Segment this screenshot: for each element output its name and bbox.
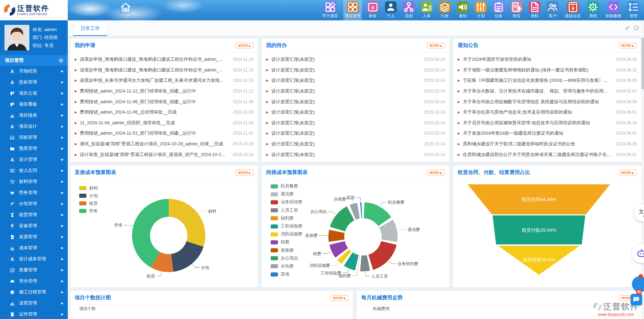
- sidebar-menu-item[interactable]: 证件管理: [0, 309, 68, 319]
- legend-item[interactable]: 通讯费: [271, 190, 302, 198]
- list-item[interactable]: 设计进度汇报(未提交) 2025.02.14: [266, 65, 445, 76]
- app-logo[interactable]: 泛普软件 FANPU SOFTWARE: [0, 0, 68, 20]
- legend-item[interactable]: 税费: [271, 238, 302, 246]
- list-item[interactable]: 进度款申报_长春市伊通河水力发电厂改建工程_长春市伊通河水力发电... 2024…: [75, 75, 253, 86]
- sidebar-menu-item[interactable]: 设计管理: [0, 154, 68, 165]
- gear-icon[interactable]: [58, 58, 64, 63]
- list-item[interactable]: 关于领取一级注册建造师增项贴的通知 (须持一建证书前来领取) 2024.06.1…: [458, 65, 637, 76]
- list-item[interactable]: 设计进度汇报(未提交) 2025.02.14: [266, 96, 445, 107]
- list-item[interactable]: 住房和城乡建设部办公厅关于同意吉林省开展二级建造师注册证书电子化试点... 20…: [458, 149, 637, 160]
- list-item[interactable]: 关于举办市政公用设施数字化管理信息 系统建设与应用培训班的通知 2024.06.…: [458, 96, 637, 107]
- nav-item[interactable]: ¥ 财务: [366, 0, 380, 20]
- list-item[interactable]: 设计进度汇报(未提交) 2025.02.14: [266, 86, 445, 97]
- more-button[interactable]: MORE: [427, 170, 445, 175]
- sidebar-menu-item[interactable]: 招标管理: [0, 132, 68, 143]
- nav-item[interactable]: 资料: [528, 0, 542, 20]
- nav-item-portal[interactable]: 门户: [119, 0, 133, 20]
- nav-item[interactable]: 客户: [545, 0, 560, 20]
- screen-icon[interactable]: [634, 25, 639, 31]
- key-icon[interactable]: [625, 25, 630, 31]
- user-avatar[interactable]: [4, 25, 29, 50]
- more-button[interactable]: MORE: [331, 295, 348, 301]
- legend-item[interactable]: 职员餐费: [271, 182, 302, 190]
- nav-item[interactable]: 行政: [438, 0, 452, 20]
- nav-item[interactable]: 管理: [626, 0, 641, 20]
- tab-daily-work[interactable]: 日常工作: [73, 21, 107, 36]
- list-item[interactable]: 设计进度汇报(未提交) 2025.02.14: [266, 128, 445, 139]
- chat-widget[interactable]: [631, 294, 642, 306]
- list-item[interactable]: 关于举办住房与房地产信息化 技术及应用培训班的通知 2024.06.01: [458, 107, 637, 118]
- more-button[interactable]: MORE: [236, 43, 253, 48]
- sidebar-menu-item[interactable]: x² 分包管理: [0, 198, 68, 209]
- legend-item[interactable]: 福利费: [271, 214, 302, 222]
- legend-item[interactable]: 其他: [271, 270, 302, 278]
- more-button[interactable]: MORE: [619, 43, 637, 48]
- nav-item[interactable]: 个人: [384, 0, 398, 20]
- more-button[interactable]: MORE: [619, 170, 637, 175]
- more-button[interactable]: MORE: [236, 170, 253, 175]
- sidebar-menu-item[interactable]: 进度管理: [0, 298, 68, 309]
- legend-item[interactable]: 分包: [79, 192, 98, 200]
- legend-item[interactable]: 业务招待费: [271, 198, 302, 206]
- list-item[interactable]: 进度款申报_珠海鹤港口建设_珠海鹤港口建设工程合作协议书_admin_... 2…: [75, 54, 253, 65]
- sidebar-menu-item[interactable]: 成本管理: [0, 242, 68, 253]
- nav-item[interactable]: 通知: [456, 0, 470, 20]
- nav-item[interactable]: 项目管理: [343, 0, 362, 20]
- list-item[interactable]: 房和城乡建设厅关于取消二级建造师临时执业证书的公告 2023.08.29: [458, 139, 637, 149]
- legend-item[interactable]: 劳务: [79, 207, 98, 215]
- legend-item[interactable]: 租赁: [79, 200, 98, 207]
- list-item[interactable]: 于征集《中国建筑施工行业信息化发展报告 (2024) —BIM应用与发展》材料.…: [458, 75, 637, 86]
- sidebar-menu-item[interactable]: 质量管理: [0, 264, 68, 276]
- sidebar-menu-item[interactable]: 市场经营: [0, 66, 68, 77]
- legend-item[interactable]: 办公用品: [271, 254, 302, 262]
- list-item[interactable]: 设计进度汇报(未提交) 2025.02.14: [266, 75, 445, 86]
- nav-item[interactable]: 流程: [402, 0, 416, 20]
- more-button[interactable]: MORE: [427, 43, 445, 48]
- sidebar-menu-item[interactable]: 收入合同: [0, 165, 68, 176]
- nav-item[interactable]: ¥ 基础信息: [563, 0, 582, 20]
- sidebar-menu-item[interactable]: 租赁管理: [0, 209, 68, 220]
- sidebar-menu-item[interactable]: 项目立项: [0, 88, 68, 99]
- list-item[interactable]: 设计进度汇报(未提交) 2025.02.14: [266, 139, 445, 149]
- nav-item[interactable]: 报告: [510, 0, 524, 20]
- sidebar-menu-item[interactable]: 设备管理: [0, 220, 68, 231]
- legend-item[interactable]: 工程保险费: [271, 222, 302, 230]
- nav-item[interactable]: 任务: [492, 0, 506, 20]
- list-item[interactable]: 费用报销_admin_2024-11-06_部门经理审批_胡建,_运行中 202…: [75, 96, 253, 107]
- nav-item[interactable]: 计划: [474, 0, 488, 20]
- legend-item[interactable]: 消防设施费: [271, 230, 302, 238]
- nav-item[interactable]: 智能建模: [604, 0, 623, 20]
- sidebar-menu-item[interactable]: 项目设计: [0, 121, 68, 132]
- list-item[interactable]: 费用报销_admin_2024-11-12_部门经理审批_胡建,_运行中 202…: [75, 86, 253, 97]
- list-item[interactable]: 设计进度汇报(未提交) 2025.02.14: [266, 149, 445, 160]
- list-item[interactable]: 11_2024-11-04_admin_经营部_领导审批__完成 2024.11…: [75, 118, 253, 128]
- legend-item[interactable]: 水电费: [271, 262, 302, 270]
- legend-item[interactable]: 差旅费: [271, 246, 302, 254]
- list-item[interactable]: 设计进度汇报(未提交) 2025.02.14: [266, 107, 445, 118]
- nav-item[interactable]: 系统: [586, 0, 600, 20]
- sidebar-menu-item[interactable]: 发票管理: [0, 231, 68, 242]
- list-item[interactable]: 进度款申报_珠海鹤港口建设_珠海鹤港口建设工程合作协议书_admin_... 2…: [75, 65, 253, 76]
- sidebar-menu-item[interactable]: 施工过程管理: [0, 287, 68, 298]
- scrollbar-thumb[interactable]: [641, 38, 644, 89]
- nav-item[interactable]: 人事: [420, 0, 434, 20]
- list-item[interactable]: 设计进度汇报(未提交) 2025.02.14: [266, 118, 445, 128]
- list-item[interactable]: 费用报销_admin_2024-11-01_部门经理审批_胡建,_运行中 202…: [75, 128, 253, 139]
- list-item[interactable]: 关于2024年国庆节放假安排的通知 2024.06.15: [458, 54, 637, 65]
- sidebar-menu-item[interactable]: 预算管理: [0, 143, 68, 154]
- sidebar-menu-item[interactable]: 材料管理: [0, 176, 68, 187]
- sidebar-menu-item[interactable]: 安全管理: [0, 276, 68, 287]
- sidebar-menu-item[interactable]: 项目看板: [0, 99, 68, 110]
- sidebar-menu-item[interactable]: 项目报表: [0, 110, 68, 121]
- list-item[interactable]: 关于发放2024年第24批一级建造师注册证书的通知 2024.06.01: [458, 128, 637, 139]
- list-item[interactable]: 关于召开市政公用设施智慧化管理 信息技术与应用培训班的通知 2024.06.19: [458, 118, 637, 128]
- list-item[interactable]: 测试_彭祖新城"四馆"景观工程设计项目_2024-10-29_admin_结束_…: [75, 139, 253, 149]
- list-item[interactable]: 设计审查_彭祖新城"四馆"景观工程设计项目_请选择_胡产生_2024-10-2.…: [75, 149, 253, 160]
- legend-item[interactable]: 材料: [79, 184, 98, 192]
- list-item[interactable]: 设计进度汇报(未提交) 2025.02.14: [266, 54, 445, 65]
- list-item[interactable]: 费用报销_admin_2024-11-06_总经理审批__完成 2024.11.…: [75, 107, 253, 118]
- nav-item[interactable]: 甲方项目: [321, 0, 339, 20]
- sidebar-menu-item[interactable]: 设计成本管理: [0, 253, 68, 264]
- sidebar-menu-item[interactable]: 劳务管理: [0, 187, 68, 198]
- sidebar-menu-item[interactable]: 投标管理: [0, 77, 68, 88]
